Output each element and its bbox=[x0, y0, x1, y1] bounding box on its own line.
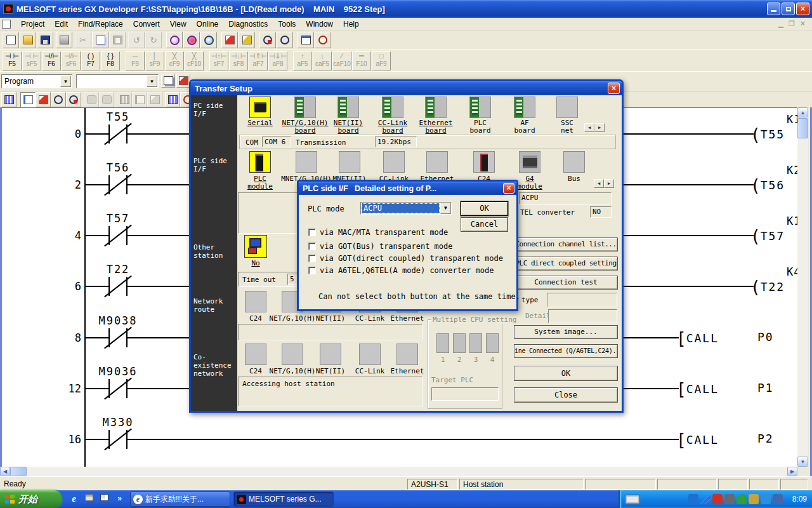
call-pointer-label[interactable]: P2 bbox=[757, 432, 774, 445]
close-button[interactable]: × bbox=[796, 3, 809, 15]
phone-line-connected-button[interactable]: ine Connected (Q/A6TEL,C24).. bbox=[514, 344, 618, 358]
taskbar-task-forum[interactable]: e 新手求助!!!关于... bbox=[130, 491, 230, 507]
vertical-scroll-thumb[interactable] bbox=[797, 118, 808, 138]
messenger-tray-icon[interactable] bbox=[688, 494, 698, 504]
call-instruction[interactable]: [CALL bbox=[676, 431, 719, 450]
plc-mode-select[interactable]: ACPU ▼ bbox=[360, 202, 452, 215]
menu-project[interactable]: Project bbox=[16, 18, 49, 30]
plc-direct-coupled-setting-button[interactable]: PLC direct coupled setting bbox=[514, 257, 618, 271]
close-icon[interactable]: × bbox=[503, 183, 514, 194]
coil-output[interactable]: (T57 bbox=[750, 227, 785, 246]
pc-side-cclink-board-icon[interactable] bbox=[382, 97, 403, 118]
menu-help[interactable]: Help bbox=[338, 18, 364, 30]
menu-tools[interactable]: Tools bbox=[273, 18, 301, 30]
qq-tray-icon[interactable] bbox=[761, 494, 771, 504]
pc-row-scroll-arrows[interactable]: ◀▶ bbox=[584, 123, 605, 132]
rocket-tool-tray-icon[interactable] bbox=[724, 494, 735, 504]
chevron-down-icon[interactable]: ▼ bbox=[147, 76, 157, 87]
pc-side-network-board-icon[interactable] bbox=[294, 97, 316, 118]
plc-side-blank-icon[interactable] bbox=[296, 151, 317, 173]
program-select[interactable]: Program ▼ bbox=[1, 74, 72, 88]
menu-convert[interactable]: Convert bbox=[128, 18, 165, 30]
volume-tray-icon[interactable] bbox=[749, 494, 759, 504]
minimize-button[interactable] bbox=[767, 3, 780, 15]
connection-test-button[interactable]: Connection test bbox=[514, 276, 618, 290]
contact-device-label[interactable]: M330 bbox=[80, 416, 156, 429]
pc-side-af-board-icon[interactable] bbox=[514, 97, 535, 118]
contact-device-label[interactable]: T22 bbox=[80, 263, 156, 276]
start-button[interactable]: 开始 bbox=[0, 490, 62, 508]
mdi-document-icon[interactable] bbox=[2, 20, 11, 29]
device-batch-button[interactable] bbox=[165, 92, 180, 107]
coexistence-blank-icon[interactable] bbox=[359, 344, 381, 365]
quick-launch-overflow-chevron[interactable]: » bbox=[114, 493, 125, 504]
transparent-mode-checkbox[interactable] bbox=[308, 229, 316, 236]
menu-view[interactable]: View bbox=[165, 18, 192, 30]
system-image-button[interactable]: System image... bbox=[514, 325, 618, 339]
plc-side-plc-module-icon[interactable] bbox=[249, 151, 271, 173]
menu-online[interactable]: Online bbox=[192, 18, 224, 30]
find-coil-button[interactable] bbox=[66, 92, 81, 107]
cpu-slot-4[interactable] bbox=[486, 333, 499, 353]
coexistence-blank-icon[interactable] bbox=[320, 344, 341, 365]
zoom-in-button[interactable] bbox=[259, 32, 276, 48]
copy-button[interactable] bbox=[92, 32, 108, 48]
menu-edit[interactable]: Edit bbox=[49, 18, 73, 30]
call-pointer-label[interactable]: P0 bbox=[757, 330, 774, 344]
coexistence-blank-icon[interactable] bbox=[282, 344, 303, 365]
transparent-mode-checkbox[interactable] bbox=[308, 243, 316, 250]
menu-window[interactable]: Window bbox=[301, 18, 338, 30]
horizontal-scrollbar[interactable]: ◀ ▶ bbox=[0, 467, 797, 476]
zoom-out-button[interactable] bbox=[277, 32, 293, 48]
scroll-down-icon[interactable]: ▼ bbox=[797, 457, 808, 467]
ladder-list-toggle-button[interactable] bbox=[1, 92, 16, 107]
ladder-symbol-F6-button[interactable]: ⊣/⊢F6 bbox=[42, 51, 61, 70]
network-route-blank-icon[interactable] bbox=[245, 291, 266, 312]
menu-find-replace[interactable]: Find/Replace bbox=[73, 18, 128, 30]
plc-side-c24-module-icon[interactable] bbox=[473, 151, 495, 173]
ladder-symbol-F8-button[interactable]: { }F8 bbox=[101, 51, 120, 70]
new-button[interactable] bbox=[3, 32, 19, 48]
call-instruction[interactable]: [CALL bbox=[676, 329, 719, 348]
horizontal-scroll-thumb[interactable] bbox=[10, 467, 27, 476]
download-manager-tray-icon[interactable] bbox=[712, 494, 723, 504]
taskbar-task-melsoft[interactable]: MELSOFT series G... bbox=[233, 491, 334, 507]
edit-contacts-button[interactable] bbox=[36, 92, 51, 107]
project-data-list-button[interactable] bbox=[298, 32, 314, 48]
mdi-window-controls[interactable]: ▁❐✕ bbox=[778, 20, 806, 28]
other-station-no-icon[interactable] bbox=[244, 235, 267, 258]
cancel-button[interactable]: Cancel bbox=[461, 217, 508, 232]
call-instruction[interactable]: [CALL bbox=[676, 380, 719, 399]
ladder-symbol-F7-button[interactable]: ( )F7 bbox=[81, 51, 100, 70]
close-icon[interactable]: × bbox=[608, 83, 620, 94]
coexistence-blank-icon[interactable] bbox=[245, 344, 266, 365]
updates-arrow-tray-icon[interactable] bbox=[700, 494, 710, 504]
connection-channel-list-button[interactable]: Connection channel list... bbox=[514, 237, 618, 251]
transparent-mode-checkbox[interactable] bbox=[308, 255, 316, 262]
coil-output[interactable]: (T22 bbox=[750, 277, 785, 297]
scroll-right-icon[interactable]: ▶ bbox=[787, 467, 797, 476]
transfer-setup-titlebar[interactable]: Transfer Setup × bbox=[191, 81, 622, 95]
internet-explorer-icon[interactable]: e bbox=[69, 493, 79, 504]
contact-device-label[interactable]: T56 bbox=[80, 161, 156, 174]
contact-device-label[interactable]: M9036 bbox=[80, 365, 156, 378]
expand-contacts-button[interactable] bbox=[20, 92, 36, 107]
coil-output[interactable]: (T55 bbox=[750, 125, 785, 144]
device-comment-edit-button[interactable] bbox=[221, 32, 238, 48]
block-select[interactable]: ▼ bbox=[76, 74, 159, 88]
window-titlebar[interactable]: MELSOFT series GX Developer F:\SST\lappi… bbox=[0, 0, 812, 18]
device-comment-button[interactable] bbox=[161, 74, 175, 88]
scroll-left-icon[interactable]: ◀ bbox=[0, 467, 10, 476]
cpu-slot-3[interactable] bbox=[469, 333, 482, 353]
plc-side-g4-module-icon[interactable] bbox=[519, 151, 540, 173]
contact-device-label[interactable]: M9038 bbox=[80, 314, 156, 327]
security-shield-tray-icon[interactable] bbox=[773, 494, 783, 504]
transfer-close-button[interactable]: Close bbox=[514, 387, 618, 403]
restore-button[interactable] bbox=[782, 3, 795, 15]
save-button[interactable] bbox=[37, 32, 53, 48]
find-device-button[interactable] bbox=[166, 32, 183, 48]
open-button[interactable] bbox=[20, 32, 36, 48]
plc-side-blank-icon[interactable] bbox=[383, 151, 405, 173]
call-pointer-label[interactable]: P1 bbox=[757, 381, 774, 394]
plc-side-blank-icon[interactable] bbox=[426, 151, 448, 173]
